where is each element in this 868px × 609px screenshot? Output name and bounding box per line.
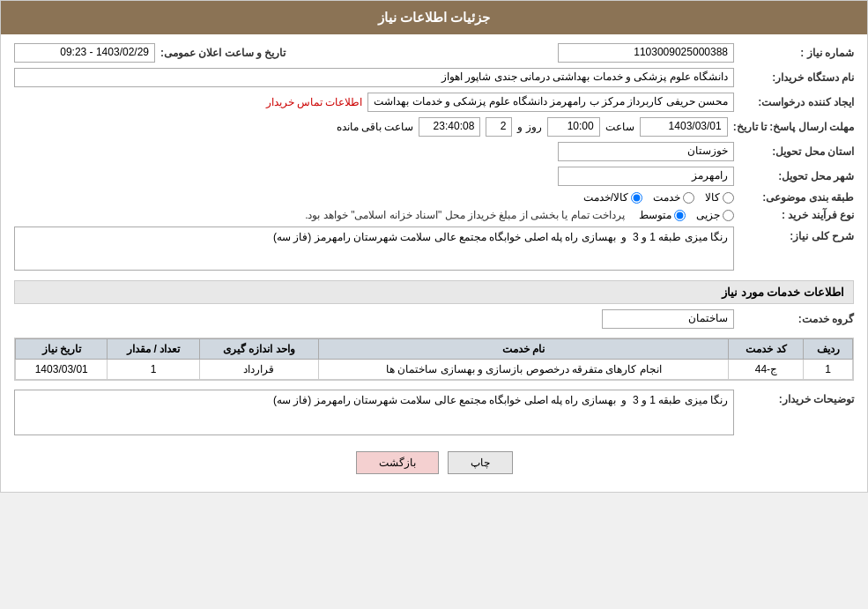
- back-button[interactable]: بازگشت: [356, 451, 439, 474]
- general-desc-label: شرح کلی نیاز:: [739, 227, 854, 242]
- need-number-value: 1103009025000388: [558, 43, 734, 63]
- radio-motavaset: متوسط: [639, 209, 686, 221]
- cell-row: 1: [804, 360, 853, 380]
- deadline-label: مهلت ارسال پاسخ: تا تاریخ:: [733, 121, 854, 133]
- page-wrapper: جزئیات اطلاعات نیاز شماره نیاز : 1103009…: [0, 0, 868, 493]
- buyer-notes-label: توضیحات خریدار:: [739, 390, 854, 405]
- col-row: ردیف: [804, 339, 853, 360]
- buyer-org-value: دانشگاه علوم پزشکی و خدمات بهداشتی درمان…: [14, 68, 734, 87]
- page-title: جزئیات اطلاعات نیاز: [378, 10, 490, 25]
- radio-jozi: جزیی: [696, 209, 734, 221]
- col-date: تاریخ نیاز: [16, 339, 108, 360]
- radio-khedmat-label: خدمت: [653, 191, 680, 204]
- province-label: استان محل تحویل:: [739, 145, 854, 158]
- province-value: خوزستان: [558, 142, 734, 161]
- services-table: ردیف کد خدمت نام خدمت واحد اندازه گیری ت…: [15, 338, 853, 380]
- radio-kala-label: کالا: [705, 191, 720, 204]
- deadline-day-label: روز و: [517, 121, 541, 133]
- row-province: استان محل تحویل: خوزستان: [14, 142, 854, 161]
- deadline-time-label: ساعت: [605, 121, 634, 133]
- creator-value: محسن حریفی کاربرداز مرکز ب رامهرمز دانشگ…: [367, 93, 734, 112]
- row-city: شهر محل تحویل: رامهرمز: [14, 167, 854, 186]
- col-unit: واحد اندازه گیری: [199, 339, 318, 360]
- table-row: 1 ج-44 انجام کارهای متفرقه درخصوص بازساز…: [16, 360, 853, 380]
- row-service-group: گروه خدمت: ساختمان: [14, 309, 854, 329]
- city-value: رامهرمز: [558, 167, 734, 186]
- radio-motavaset-label: متوسط: [639, 209, 671, 221]
- cell-name: انجام کارهای متفرقه درخصوص بازسازی و بهس…: [319, 360, 729, 380]
- services-section-title: اطلاعات خدمات مورد نیاز: [14, 280, 854, 304]
- category-radio-group: کالا خدمت کالا/خدمت: [583, 191, 734, 204]
- table-body: 1 ج-44 انجام کارهای متفرقه درخصوص بازساز…: [16, 360, 853, 380]
- creator-contact-link[interactable]: اطلاعات تماس خریدار: [266, 96, 363, 108]
- category-label: طبقه بندی موضوعی:: [739, 191, 854, 204]
- service-group-value: ساختمان: [602, 309, 734, 329]
- radio-jozi-label: جزیی: [696, 209, 720, 221]
- row-category: طبقه بندی موضوعی: کالا خدمت کالا/خدمت: [14, 191, 854, 204]
- table-header-row: ردیف کد خدمت نام خدمت واحد اندازه گیری ت…: [16, 339, 853, 360]
- radio-khedmat: خدمت: [653, 191, 694, 204]
- radio-kala-khedmat-label: کالا/خدمت: [583, 191, 628, 204]
- process-label: نوع فرآیند خرید :: [739, 209, 854, 221]
- row-process: نوع فرآیند خرید : جزیی متوسط پرداخت تمام…: [14, 209, 854, 221]
- deadline-remaining: 23:40:08: [419, 117, 480, 137]
- buyer-notes-textarea[interactable]: [14, 390, 734, 435]
- deadline-time: 10:00: [547, 117, 600, 137]
- deadline-remaining-label: ساعت باقی مانده: [337, 121, 414, 133]
- buyer-org-label: نام دستگاه خریدار:: [739, 71, 854, 84]
- row-general-desc: شرح کلی نیاز:: [14, 227, 854, 273]
- service-group-label: گروه خدمت:: [739, 313, 854, 325]
- content-area: شماره نیاز : 1103009025000388 تاریخ و سا…: [1, 34, 867, 492]
- row-need-number: شماره نیاز : 1103009025000388 تاریخ و سا…: [14, 43, 854, 63]
- cell-code: ج-44: [729, 360, 804, 380]
- radio-motavaset-input[interactable]: [674, 210, 686, 221]
- need-number-label: شماره نیاز :: [739, 47, 854, 59]
- radio-kala-khedmat-input[interactable]: [631, 192, 642, 204]
- col-name: نام خدمت: [319, 339, 729, 360]
- buyer-notes-container: [14, 390, 734, 438]
- buttons-row: چاپ بازگشت: [14, 451, 854, 474]
- row-buyer-notes: توضیحات خریدار:: [14, 390, 854, 438]
- announce-datetime-label: تاریخ و ساعت اعلان عمومی:: [160, 47, 286, 59]
- cell-unit: قرارداد: [199, 360, 318, 380]
- radio-jozi-input[interactable]: [723, 210, 734, 221]
- announce-datetime-value: 1403/02/29 - 09:23: [14, 43, 155, 63]
- row-creator: ایجاد کننده درخواست: محسن حریفی کاربرداز…: [14, 93, 854, 112]
- radio-khedmat-input[interactable]: [683, 192, 694, 204]
- city-label: شهر محل تحویل:: [739, 170, 854, 182]
- process-radio-group: جزیی متوسط: [639, 209, 734, 221]
- deadline-date: 1403/03/01: [640, 117, 728, 137]
- general-desc-textarea[interactable]: [14, 227, 734, 271]
- cell-quantity: 1: [108, 360, 199, 380]
- services-table-section: ردیف کد خدمت نام خدمت واحد اندازه گیری ت…: [14, 338, 854, 381]
- radio-kala-khedmat: کالا/خدمت: [583, 191, 642, 204]
- general-desc-container: [14, 227, 734, 273]
- col-quantity: تعداد / مقدار: [108, 339, 199, 360]
- row-buyer-org: نام دستگاه خریدار: دانشگاه علوم پزشکی و …: [14, 68, 854, 87]
- print-button[interactable]: چاپ: [448, 451, 513, 474]
- creator-label: ایجاد کننده درخواست:: [739, 96, 854, 108]
- process-note: پرداخت تمام یا بخشی از مبلغ خریداز محل "…: [305, 209, 625, 221]
- radio-kala: کالا: [705, 191, 734, 204]
- cell-date: 1403/03/01: [16, 360, 108, 380]
- deadline-days: 2: [486, 117, 512, 137]
- radio-kala-input[interactable]: [723, 192, 734, 204]
- row-deadline: مهلت ارسال پاسخ: تا تاریخ: 1403/03/01 سا…: [14, 117, 854, 137]
- col-code: کد خدمت: [729, 339, 804, 360]
- page-header: جزئیات اطلاعات نیاز: [1, 1, 867, 34]
